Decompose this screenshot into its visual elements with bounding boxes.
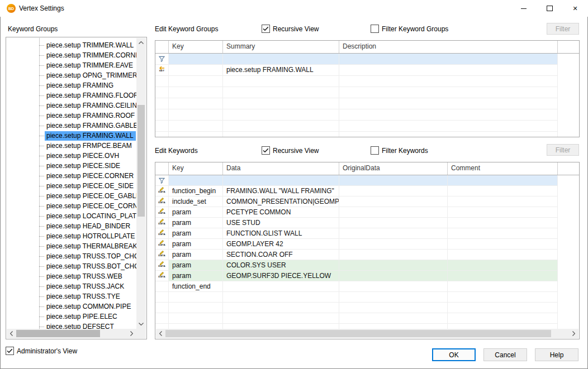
cell-description[interactable]	[339, 109, 558, 121]
cell-summary[interactable]	[223, 132, 339, 137]
cell-comment[interactable]	[448, 260, 558, 271]
cell-data[interactable]: FUNCTION.GLIST WALL	[223, 228, 339, 239]
cell-key[interactable]	[169, 132, 223, 137]
tree-item[interactable]: piece.setup PIECE.OE_SIDE	[7, 181, 136, 191]
table-row[interactable]: DATAparamPCETYPE COMMON	[155, 207, 579, 218]
cell-summary[interactable]	[223, 98, 339, 109]
empty-row[interactable]	[155, 121, 579, 132]
empty-row[interactable]	[155, 98, 579, 109]
cell-description[interactable]	[339, 76, 558, 87]
tree-item[interactable]: piece.setup FRAMING.CEILING	[7, 100, 136, 111]
tree-item[interactable]: piece.setup PIECE.OVH	[7, 151, 136, 161]
cell-key[interactable]: param	[169, 218, 223, 228]
tree-item[interactable]: piece.setup PIECE.SIDE	[7, 161, 136, 171]
table-row[interactable]: SETpiece.setup FRAMING.WALL	[155, 65, 579, 76]
tree-item[interactable]: piece.setup OPNG_TRIMMER	[7, 70, 136, 80]
tree-item[interactable]: piece.setup COMMON.PIPE	[7, 301, 136, 312]
filter-button-groups[interactable]: Filter	[547, 23, 579, 35]
cell-summary[interactable]	[223, 54, 339, 65]
cell-description[interactable]	[339, 98, 558, 109]
tree-item[interactable]: piece.setup FRMPCE.BEAM	[7, 141, 136, 151]
scroll-left-arrow[interactable]	[156, 329, 165, 338]
cell-description[interactable]	[339, 132, 558, 137]
cell-data[interactable]: SECTION.COAR OFF	[223, 250, 339, 260]
cell-originaldata[interactable]	[339, 228, 448, 239]
scroll-up-arrow[interactable]	[136, 38, 146, 47]
cell-originaldata[interactable]	[339, 303, 448, 313]
empty-row[interactable]	[155, 303, 579, 313]
column-header-summary[interactable]: Summary	[223, 41, 339, 53]
cell-key[interactable]	[169, 76, 223, 87]
tree-item[interactable]: piece.setup PIPE.ELEC	[7, 312, 136, 322]
empty-row[interactable]	[155, 87, 579, 98]
cancel-button[interactable]: Cancel	[483, 348, 527, 361]
recursive-view-checkbox-keywords[interactable]: Recursive View	[262, 146, 319, 155]
cell-key[interactable]	[169, 98, 223, 109]
column-header-originaldata[interactable]: OriginalData	[339, 162, 448, 175]
empty-row[interactable]	[155, 313, 579, 324]
scroll-right-arrow[interactable]	[569, 329, 578, 338]
cell-originaldata[interactable]	[339, 281, 448, 292]
cell-summary[interactable]	[223, 109, 339, 121]
filter-keyword-groups-checkbox[interactable]: Filter Keyword Groups	[371, 25, 448, 33]
column-header-key[interactable]: Key	[169, 41, 223, 53]
filter-row[interactable]	[155, 54, 579, 65]
ok-button[interactable]: OK	[432, 348, 476, 361]
cell-comment[interactable]	[448, 239, 558, 250]
cell-originaldata[interactable]	[339, 197, 448, 207]
tree-item[interactable]: piece.setup TRUSS.BOT_CHORD	[7, 261, 136, 271]
tree-item[interactable]: piece.setup PIECE.OE_GABLE	[7, 191, 136, 201]
tree-item[interactable]: piece.setup FRAMING.GABLE	[7, 121, 136, 131]
cell-key[interactable]: function_end	[169, 281, 223, 292]
cell-key[interactable]	[169, 65, 223, 76]
table-row[interactable]: DATAparamGEOMP.SURF3D PIECE.YELLOW	[155, 271, 579, 281]
cell-key[interactable]	[169, 109, 223, 121]
keywords-horizontal-scrollbar[interactable]	[156, 329, 578, 338]
cell-data[interactable]: FRAMING.WALL "WALL FRAMING"	[223, 186, 339, 197]
cell-data[interactable]: GEOMP.SURF3D PIECE.YELLOW	[223, 271, 339, 281]
cell-comment[interactable]	[448, 186, 558, 197]
tree-item[interactable]: piece.setup TRUSS.JACK	[7, 281, 136, 291]
tree-item[interactable]: piece.setup PIECE.CORNER	[7, 171, 136, 181]
cell-data[interactable]	[223, 303, 339, 313]
filter-button-keywords[interactable]: Filter	[547, 144, 579, 156]
tree-item[interactable]: piece.setup TRUSS.TYE	[7, 291, 136, 301]
cell-summary[interactable]	[223, 76, 339, 87]
cell-comment[interactable]	[448, 197, 558, 207]
cell-comment[interactable]	[448, 292, 558, 303]
cell-data[interactable]	[223, 281, 339, 292]
cell-comment[interactable]	[448, 175, 558, 186]
empty-row[interactable]	[155, 292, 579, 303]
table-row[interactable]: DATAinclude_setCOMMON_PRESENTATION|GEOMP…	[155, 197, 579, 207]
scroll-thumb[interactable]	[16, 330, 100, 337]
cell-key[interactable]: param	[169, 239, 223, 250]
cell-key[interactable]: param	[169, 250, 223, 260]
table-row[interactable]: DATAfunction_beginFRAMING.WALL "WALL FRA…	[155, 186, 579, 197]
table-row[interactable]: DATAparamUSE STUD	[155, 218, 579, 228]
tree-item[interactable]: piece.setup TRUSS.TOP_CHORD	[7, 251, 136, 261]
cell-data[interactable]	[223, 313, 339, 324]
administrators-view-checkbox[interactable]: Administrator's View	[6, 347, 77, 355]
cell-comment[interactable]	[448, 228, 558, 239]
table-row[interactable]: DATAparamGEOMP.LAYER 42	[155, 239, 579, 250]
cell-comment[interactable]	[448, 250, 558, 260]
table-row[interactable]: DATAparamFUNCTION.GLIST WALL	[155, 228, 579, 239]
cell-comment[interactable]	[448, 271, 558, 281]
cell-key[interactable]	[169, 121, 223, 132]
minimize-button[interactable]	[511, 0, 537, 17]
cell-key[interactable]: param	[169, 260, 223, 271]
cell-data[interactable]: USE STUD	[223, 218, 339, 228]
table-row[interactable]: function_end	[155, 281, 579, 292]
tree-item[interactable]: piece.setup FRAMING	[7, 80, 136, 90]
cell-comment[interactable]	[448, 303, 558, 313]
tree-item[interactable]: piece.setup PIECE.OE_CORNER	[7, 201, 136, 211]
cell-key[interactable]	[169, 303, 223, 313]
cell-originaldata[interactable]	[339, 207, 448, 218]
help-button[interactable]: Help	[535, 348, 578, 361]
scroll-left-arrow[interactable]	[7, 329, 16, 338]
cell-data[interactable]	[223, 292, 339, 303]
cell-key[interactable]: function_begin	[169, 186, 223, 197]
empty-row[interactable]	[155, 109, 579, 121]
table-row[interactable]: DATAparamSECTION.COAR OFF	[155, 250, 579, 260]
column-header-key[interactable]: Key	[169, 162, 223, 175]
